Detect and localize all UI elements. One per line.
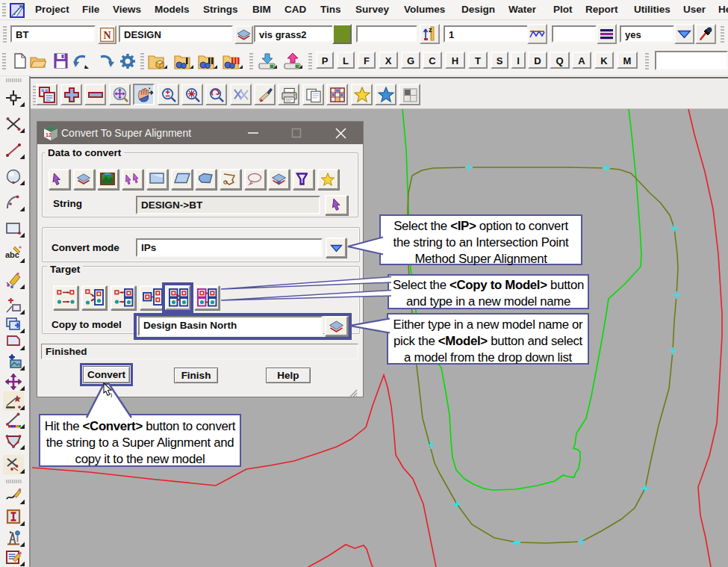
svg-text:z: z xyxy=(429,26,432,34)
svg-text:N: N xyxy=(103,30,111,41)
svg-text:12: 12 xyxy=(46,132,52,137)
